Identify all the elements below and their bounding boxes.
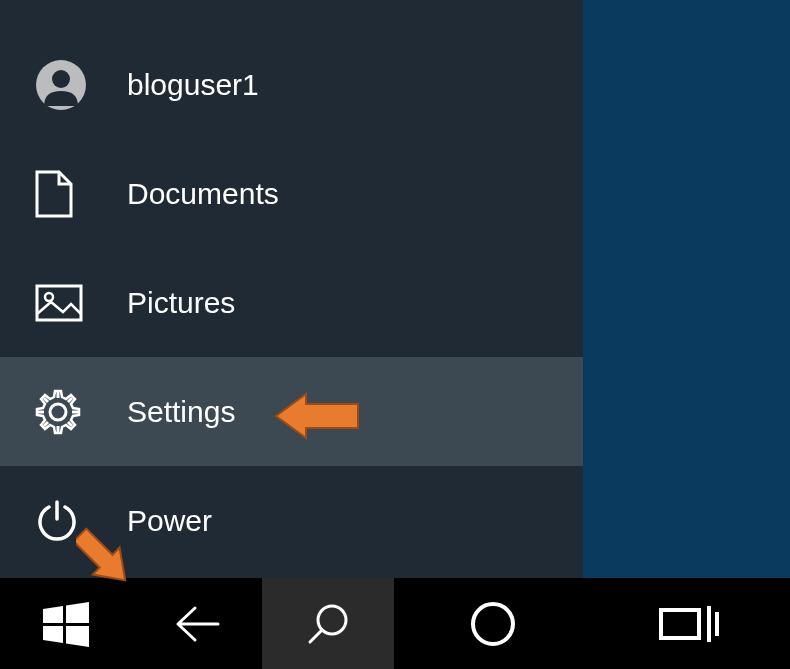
user-account-item[interactable]: bloguser1 <box>0 30 583 139</box>
power-icon <box>35 499 127 543</box>
windows-logo-icon <box>41 599 91 649</box>
taskbar <box>0 578 790 669</box>
search-icon <box>306 602 350 646</box>
svg-marker-8 <box>43 626 63 643</box>
svg-marker-6 <box>43 606 63 623</box>
task-view-button[interactable] <box>591 578 789 669</box>
gear-icon <box>35 389 127 435</box>
start-button[interactable] <box>0 578 131 669</box>
svg-marker-9 <box>66 626 89 647</box>
search-button[interactable] <box>262 578 394 669</box>
menu-item-power[interactable]: Power <box>0 466 583 575</box>
menu-item-label: Pictures <box>127 286 235 320</box>
user-label: bloguser1 <box>127 68 259 102</box>
back-arrow-icon <box>173 604 221 644</box>
svg-line-11 <box>310 630 322 642</box>
svg-rect-13 <box>661 610 699 638</box>
cortana-button[interactable] <box>394 578 591 669</box>
back-button[interactable] <box>131 578 262 669</box>
menu-item-pictures[interactable]: Pictures <box>0 248 583 357</box>
svg-rect-2 <box>37 286 81 320</box>
svg-point-3 <box>45 293 53 301</box>
pictures-icon <box>35 284 127 322</box>
user-icon <box>35 59 127 111</box>
menu-item-label: Power <box>127 504 212 538</box>
svg-point-12 <box>473 604 513 644</box>
start-menu-panel: bloguser1 Documents Pictures <box>0 0 583 578</box>
menu-item-settings[interactable]: Settings <box>0 357 583 466</box>
task-view-icon <box>659 602 721 646</box>
svg-marker-7 <box>66 602 89 623</box>
svg-point-4 <box>50 404 66 420</box>
menu-item-label: Settings <box>127 395 235 429</box>
document-icon <box>35 170 127 218</box>
desktop-background <box>583 0 790 578</box>
cortana-circle-icon <box>469 600 517 648</box>
svg-point-1 <box>52 70 70 88</box>
menu-item-documents[interactable]: Documents <box>0 139 583 248</box>
menu-item-label: Documents <box>127 177 279 211</box>
